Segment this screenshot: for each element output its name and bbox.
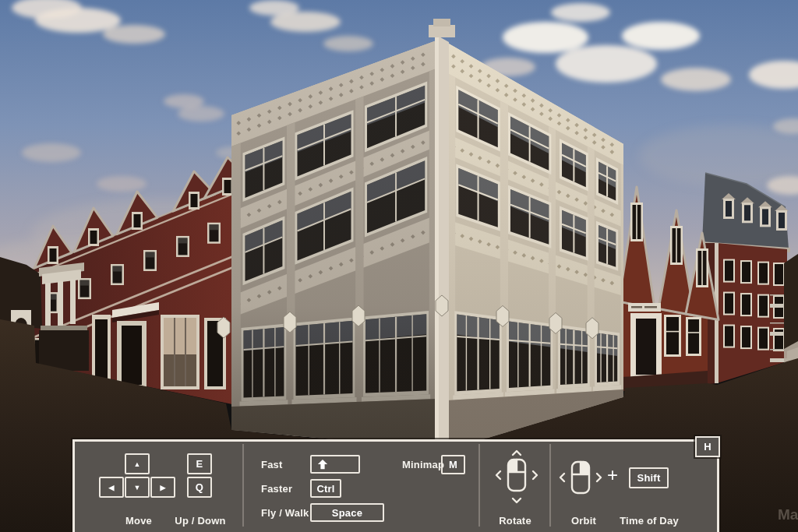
arrow-up-key: ▲ [125,453,150,474]
key-q: Q [187,477,212,498]
arrow-right-key: ▶ [150,477,175,498]
move-label: Move [125,515,152,527]
building-right-mansard [701,173,796,385]
key-m: M [441,455,465,474]
arrow-down-icon: ▼ [133,484,140,491]
key-ctrl: Ctrl [310,479,341,498]
plus-sign: + [607,464,618,486]
shift-arrow-up-icon [317,459,328,470]
rotate-mouse-icon [493,449,540,504]
arrow-left-key: ◀ [99,477,124,498]
help-toggle-key[interactable]: H [695,436,720,457]
flywalk-label: Fly / Walk [261,507,309,519]
updown-label: Up / Down [175,515,225,527]
rotate-label: Rotate [499,515,531,527]
orbit-mouse-icon [557,457,604,501]
arrow-right-icon: ▶ [160,484,165,491]
key-space: Space [310,503,384,522]
watermark: Ma [778,506,798,523]
panel-divider [242,444,244,527]
arrow-left-icon: ◀ [108,484,114,491]
faster-label: Faster [261,483,292,495]
app-window: Ma ▲ ◀ ▼ ▶ E Q Move Up / Down Fast Faste… [0,0,798,532]
arrow-down-key: ▼ [125,477,150,498]
key-shift: Shift [629,467,669,488]
fast-label: Fast [261,459,283,470]
panel-divider [478,444,480,527]
orbit-label: Orbit [571,515,596,527]
key-e: E [187,453,212,474]
minimap-label: Minimap [402,459,444,470]
shift-arrow-key [310,455,360,474]
panel-divider [549,444,551,527]
arrow-up-icon: ▲ [133,460,140,468]
far-right-silhouette [784,254,798,368]
time-of-day-label: Time of Day [620,515,679,527]
